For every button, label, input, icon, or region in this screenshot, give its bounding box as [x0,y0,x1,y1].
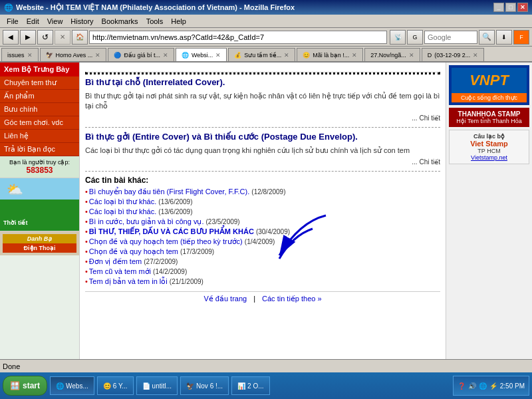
article-1-more[interactable]: ... Chi tiết [85,114,440,122]
tab-close-icon[interactable]: ✕ [215,52,221,59]
news-item-6[interactable]: • Chọn đề và quy hoạch tem (tiếp theo kỳ… [85,237,440,246]
home-button[interactable]: 🏠 [72,30,88,45]
news-item-1[interactable]: • Bì chuyển bay đầu tiên (First Flight C… [85,188,440,196]
search-input[interactable] [424,31,477,44]
maximize-button[interactable]: □ [505,3,516,12]
tab-favicon: 🌐 [182,52,189,59]
menu-file[interactable]: File [3,16,23,27]
tray-icon-1: ❓ [458,382,466,390]
feed-icon[interactable]: 📡 [390,30,406,45]
news-item-9[interactable]: • Tem cũ và tem mới (14/2/2009) [85,267,440,276]
article-1-text: Bì thư thực gởi tại nơi phát sinh ra sự … [85,91,440,112]
tab-close-icon[interactable]: ✕ [473,52,478,59]
divider [85,72,440,74]
menu-view[interactable]: View [43,16,67,27]
taskbar-item-webs[interactable]: 🌐 Webs... [50,376,94,395]
taskbar-label: Webs... [66,382,88,390]
taskbar-item-2o[interactable]: 📊 2 O... [231,376,269,395]
taskbar-icon: 😊 [103,382,111,390]
sidebar-item-chuyen-tem[interactable]: Chuyên tem thư [0,76,79,90]
tray-icon-2: 🔊 [468,382,476,390]
menu-edit[interactable]: Edit [23,16,43,27]
browser-icon: 🌐 [4,3,13,12]
tab-dau-gia[interactable]: 🔵 Đấu giá bí t... ✕ [108,48,174,61]
tab-close-icon[interactable]: ✕ [284,52,289,59]
back-button[interactable]: ◀ [3,30,19,45]
taskbar-icon: 📄 [142,382,150,390]
status-text: Done [3,362,20,370]
taskbar-item-6y[interactable]: 😊 6 Y... [97,376,134,395]
tab-issues[interactable]: issues ✕ [1,48,39,61]
tabs-bar: issues ✕ 🦅 Homo Aves ... ✕ 🔵 Đấu giá bí … [0,47,532,63]
forward-button[interactable]: ▶ [20,30,36,45]
sidebar-item-buu-chinh[interactable]: Bưu chính [0,103,79,116]
downloads-icon[interactable]: ⬇ [496,30,512,45]
news-item-10[interactable]: • Tem dị bản và tem in lỗi (21/1/2009) [85,277,440,286]
sidebar-item-an-pham[interactable]: Ấn phẩm [0,90,79,103]
bullet: • [85,227,88,235]
article-1-title[interactable]: Bì thư tại chỗ (Interrelated Cover). [85,77,440,87]
news-item-3[interactable]: • Các loại bì thư khác. (13/6/2009) [85,207,440,216]
bullet: • [85,217,88,225]
vnpt-ad[interactable]: VNPT Cuộc sống đích thực [449,65,529,105]
other-news-title: Các tin bài khác: [85,176,440,185]
article-2-title[interactable]: Bì thực gởi (Entire Cover) và Bì thiếu c… [85,132,440,142]
thanhhoa-title: THANHHOA STAMP [452,110,527,118]
menu-bookmarks[interactable]: Bookmarks [98,16,142,27]
taskbar-icon: 🌐 [56,382,64,390]
news-text: Bì in cước, bưu giản và bì công vụ. (23/… [89,217,240,226]
thanhhoa-ad[interactable]: THANHHOA STAMP Hội Tem tỉnh Thanh Hóa [449,108,529,127]
start-icon: 🪟 [10,381,20,390]
phone-directory[interactable]: Danh Bạ Điện Thoại [0,231,79,255]
menu-help[interactable]: Help [167,16,190,27]
news-item-7[interactable]: • Chọn đề và quy hoạch tem (17/3/2009) [85,247,440,256]
tab-03-12[interactable]: D (03-12-09 2... ✕ [422,48,485,61]
tab-suu-tam[interactable]: 💰 Sưu tầm tiề... ✕ [228,48,295,61]
article-2-text: Các loại bì thư thực gởi có tác dụng qua… [85,146,440,156]
tab-favicon: 🔵 [114,52,121,59]
sidebar-item-lien-he[interactable]: Liên hệ [0,130,79,143]
main-area: Xem Bộ Trưng Bày Chuyên tem thư Ấn phẩm … [0,63,532,359]
menu-history[interactable]: History [66,16,97,27]
tab-close-icon[interactable]: ✕ [352,52,357,59]
vietstamp-ad[interactable]: Câu lạc bộ Viet Stamp TP HCM Vietstamp.n… [449,130,529,164]
tab-close-icon[interactable]: ✕ [27,52,33,59]
news-item-8[interactable]: • Đơn vị đếm tem (27/2/2009) [85,257,440,266]
article-2-more[interactable]: ... Chi tiết [85,158,440,166]
tab-label: Mãi là bạn !... [313,52,349,59]
close-button[interactable]: ✕ [517,3,528,12]
news-text: Tem cũ và tem mới (14/2/2009) [89,267,187,276]
tab-close-icon[interactable]: ✕ [163,52,168,59]
tab-close-icon[interactable]: ✕ [409,52,414,59]
minimize-button[interactable]: _ [493,3,504,12]
reload-button[interactable]: ↺ [37,30,53,45]
divider-3 [85,171,440,172]
sidebar-item-tra-loi[interactable]: Trả lời Bạn đọc [0,143,79,156]
tab-27nov[interactable]: 27.Nov/ngã... ✕ [364,48,420,61]
tab-close-icon[interactable]: ✕ [95,52,100,59]
tab-websi[interactable]: 🌐 Websi... ✕ [176,48,227,61]
ff-icon[interactable]: F [513,30,529,45]
news-item-5[interactable]: • BÌ THƯ, THIẾP, DẤU VÀ CÁC BƯU PHẨM KHÁ… [85,227,440,236]
taskbar-item-nov6[interactable]: 🦅 Nov 6 !... [180,376,229,395]
taskbar-item-untitl[interactable]: 📄 untitl... [136,376,178,395]
search-button[interactable]: 🔍 [479,30,495,45]
news-item-4[interactable]: • Bì in cước, bưu giản và bì công vụ. (2… [85,217,440,226]
next-link[interactable]: Các tin tiếp theo » [262,295,322,303]
start-button[interactable]: 🪟 start [3,376,47,396]
sidebar-item-goc-tem[interactable]: Góc tem chơi. vdc [0,116,79,130]
stop-button[interactable]: ✕ [55,30,70,45]
bullet: • [85,267,88,275]
sidebar-header[interactable]: Xem Bộ Trưng Bày [0,63,79,76]
start-label: start [23,381,40,390]
top-link[interactable]: Về đầu trang [203,295,247,303]
taskbar-icon: 🦅 [186,382,194,390]
tab-homo-aves[interactable]: 🦅 Homo Aves ... ✕ [40,48,107,61]
clock: 2:50 PM [500,382,525,390]
menu-tools[interactable]: Tools [142,16,168,27]
address-input[interactable] [89,31,387,44]
bullet: • [85,277,88,285]
search-engine-icon[interactable]: G [407,30,423,45]
news-item-2[interactable]: • Các loại bì thư khác. (13/6/2009) [85,198,440,206]
tab-mai-la-ban[interactable]: 😊 Mãi là bạn !... ✕ [297,48,363,61]
